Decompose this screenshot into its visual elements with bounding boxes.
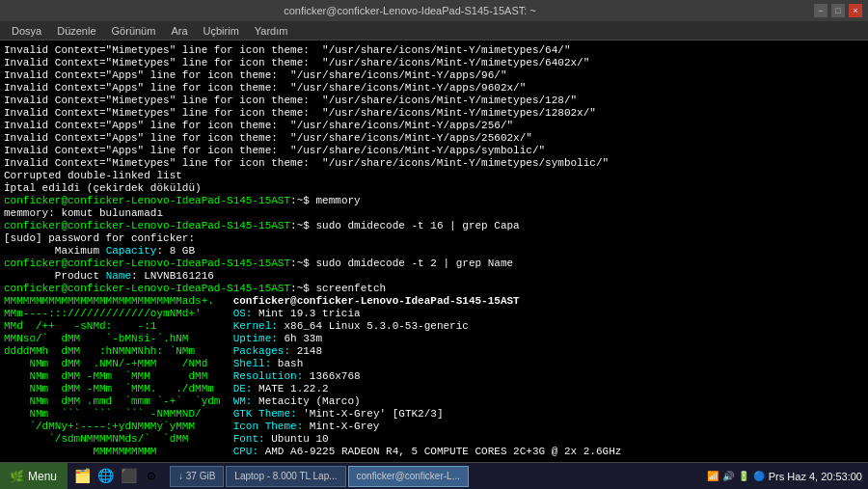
menu-item-görünüm[interactable]: Görünüm xyxy=(104,21,164,40)
taskbar-apps: ↓ 37 GiBLaptop - 8.000 TL Lap...conficke… xyxy=(166,466,701,487)
menu-item-yardım[interactable]: Yardım xyxy=(247,21,296,40)
menu-bar: DosyaDüzenleGörünümAraUçbirimYardım xyxy=(0,21,868,41)
terminal-window[interactable]: Invalid Context="Mimetypes" line for ico… xyxy=(0,41,868,462)
taskbar-app-0[interactable]: ↓ 37 GiB xyxy=(170,466,224,487)
settings-icon[interactable]: ⚙️ xyxy=(141,466,162,487)
terminal-output: Invalid Context="Mimetypes" line for ico… xyxy=(4,44,864,458)
menu-item-düzenle[interactable]: Düzenle xyxy=(49,21,103,40)
title-bar: conficker@conficker-Lenovo-IdeaPad-S145-… xyxy=(0,0,868,21)
window-controls[interactable]: − □ × xyxy=(814,4,862,17)
menu-item-dosya[interactable]: Dosya xyxy=(4,21,49,40)
maximize-button[interactable]: □ xyxy=(831,4,845,17)
taskbar-app-2[interactable]: conficker@conficker-L... xyxy=(348,466,469,487)
start-menu-button[interactable]: 🌿 Menu xyxy=(0,463,68,490)
files-icon[interactable]: 🗂️ xyxy=(71,466,93,487)
taskbar-quick-launch: 🗂️ 🌐 ⬛ ⚙️ xyxy=(68,466,166,487)
close-button[interactable]: × xyxy=(849,4,862,17)
window-title: conficker@conficker-Lenovo-IdeaPad-S145-… xyxy=(6,5,814,16)
taskbar: 🌿 Menu 🗂️ 🌐 ⬛ ⚙️ ↓ 37 GiBLaptop - 8.000 … xyxy=(0,462,868,489)
taskbar-right: 📶 🔊 🔋 🔵 Prs Haz 4, 20:53:00 xyxy=(701,471,868,482)
volume-icon: 🔊 xyxy=(722,471,734,481)
terminal-icon[interactable]: ⬛ xyxy=(118,466,139,487)
network-icon: 📶 xyxy=(707,471,719,481)
menu-item-uçbirim[interactable]: Uçbirim xyxy=(196,21,247,40)
bluetooth-icon: 🔵 xyxy=(753,471,765,481)
menu-item-ara[interactable]: Ara xyxy=(163,21,195,40)
system-clock: Prs Haz 4, 20:53:00 xyxy=(769,471,862,482)
taskbar-app-1[interactable]: Laptop - 8.000 TL Lap... xyxy=(226,466,345,487)
minimize-button[interactable]: − xyxy=(814,4,827,17)
start-label: Menu xyxy=(28,470,57,483)
start-icon: 🌿 xyxy=(10,470,24,483)
browser-icon[interactable]: 🌐 xyxy=(95,466,116,487)
battery-icon: 🔋 xyxy=(738,471,749,481)
